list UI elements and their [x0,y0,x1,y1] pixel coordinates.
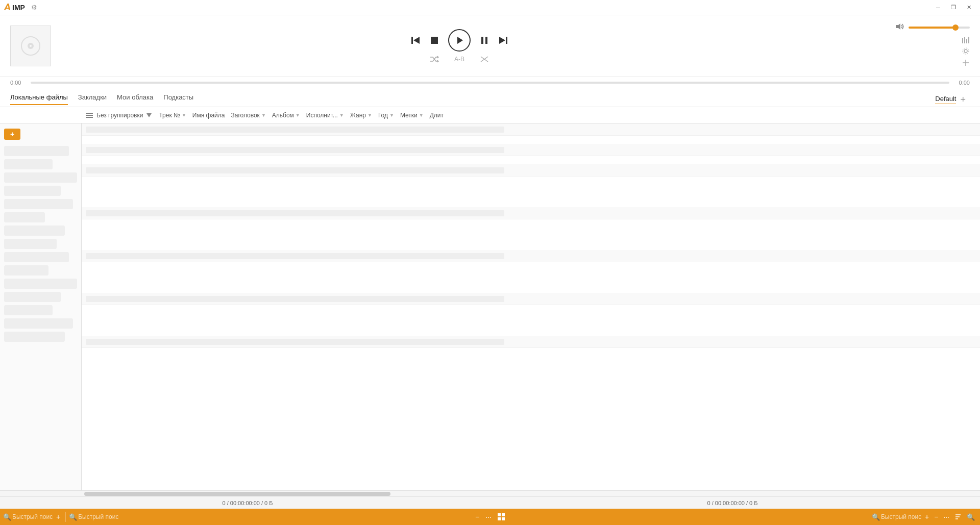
track-row-skeleton-2 [82,144,980,156]
sort-icon-artist: ▼ [339,113,344,118]
titlebar-left: AIMP ⚙ [4,2,37,13]
tab-local-files[interactable]: Локальные файлы [10,93,68,105]
pause-button[interactable] [480,36,489,45]
play-button[interactable] [448,29,471,52]
stop-button[interactable] [430,36,439,45]
close-button[interactable]: ✕ [962,2,976,13]
col-track-num[interactable]: Трек № ▼ [156,112,189,119]
add-playlist-button[interactable]: + [960,95,966,104]
sk [86,167,504,173]
horizontal-scrollbar[interactable] [0,490,980,496]
shuffle-button[interactable] [430,56,439,63]
minimize-button[interactable]: ─ [931,2,945,13]
svg-rect-3 [411,37,413,44]
repeat-button[interactable] [480,56,489,63]
svg-rect-7 [481,37,483,44]
sidebar-skeleton-15 [4,332,65,342]
search-left-input[interactable] [12,513,53,520]
ab-button[interactable]: A-B [454,56,464,63]
bottom-plus-right-button[interactable]: + [923,512,931,522]
status-right-text: 0 / 00:00:00:00 / 0 Б [707,500,758,506]
bottom-minus-right-button[interactable]: − [932,512,940,522]
main-container: A-B [0,15,980,525]
column-headers: Без группировки Трек № ▼ Имя файла Загол… [0,107,980,123]
bottom-grid-button[interactable] [496,512,507,521]
svg-rect-8 [485,37,487,44]
grouping-button[interactable]: Без группировки [82,112,156,119]
sidebar-skeleton-12 [4,292,61,302]
row-gap-3 [82,177,980,207]
col-duration[interactable]: Длит [427,112,447,119]
right-controls [868,23,970,68]
svg-marker-6 [457,37,463,44]
bottom-right: 🔍 + − ··· 🔍 [509,512,977,522]
sidebar-skeleton-10 [4,265,48,276]
sort-icon-track: ▼ [182,113,186,118]
scrollbar-thumb[interactable] [84,492,390,496]
sort-icon-genre: ▼ [368,113,372,118]
settings-icon[interactable]: ⚙ [31,4,37,11]
col-tags[interactable]: Метки ▼ [397,112,427,119]
sidebar-skeleton-1 [4,146,69,156]
prev-button[interactable] [410,35,421,45]
col-genre[interactable]: Жанр ▼ [347,112,375,119]
col-artist[interactable]: Исполнит... ▼ [303,112,347,119]
bottom-sort-button[interactable] [952,512,964,521]
row-gap-6 [82,305,980,336]
svg-rect-5 [431,37,438,44]
svg-point-2 [30,45,32,47]
volume-row [895,23,970,32]
next-button[interactable] [498,35,508,45]
album-art [10,26,51,66]
bottom-more-button[interactable]: ··· [483,512,494,522]
search-right-input[interactable] [881,513,922,520]
svg-rect-15 [964,37,965,43]
svg-rect-26 [498,517,501,520]
tab-bookmarks[interactable]: Закладки [78,93,107,105]
tab-podcasts[interactable]: Подкасты [163,93,193,105]
add-track-button[interactable]: + [54,512,62,522]
svg-rect-27 [502,517,505,520]
app-logo: AIMP [4,2,25,13]
row-gap-5 [82,262,980,293]
titlebar-right: ─ ❐ ✕ [931,2,976,13]
search-left2-icon: 🔍 [69,513,77,521]
add-folder-button[interactable]: + [4,129,20,140]
svg-rect-14 [962,38,963,43]
bottom-minus-button[interactable]: − [473,512,481,522]
bottom-search-right2-button[interactable]: 🔍 [965,512,977,522]
svg-point-19 [963,48,969,54]
svg-rect-24 [498,513,501,516]
col-album[interactable]: Альбом ▼ [269,112,303,119]
volume-icon [895,23,904,32]
track-row-skeleton-4 [82,207,980,219]
sk [86,253,504,259]
progress-bar[interactable] [31,82,949,84]
extra-controls: A-B [430,56,489,63]
col-filename[interactable]: Имя файла [189,112,228,119]
sidebar-skeleton-13 [4,305,53,315]
sort-icon-tags: ▼ [419,113,424,118]
bottom-toolbar: 🔍 + 🔍 − ··· 🔍 [0,509,980,525]
svg-rect-9 [506,37,507,44]
volume-slider[interactable] [909,27,970,29]
equalizer-button[interactable] [962,36,970,45]
settings-button[interactable] [962,47,970,57]
col-year[interactable]: Год ▼ [375,112,397,119]
tab-cloud[interactable]: Мои облака [117,93,153,105]
svg-point-18 [964,49,967,53]
search-left2 [78,513,119,520]
sidebar-skeleton-9 [4,252,69,262]
bottom-left: 🔍 + 🔍 [3,512,471,522]
track-row-skeleton-6 [82,293,980,305]
playlist-name[interactable]: Default [935,95,956,104]
col-title[interactable]: Заголовок ▼ [228,112,268,119]
track-row-skeleton-5 [82,250,980,262]
divider-1 [65,512,66,522]
bottom-more-right-button[interactable]: ··· [941,512,951,522]
sort-icon-album: ▼ [296,113,300,118]
progress-area: 0:00 0:00 [0,77,980,89]
search-left2-input[interactable] [78,513,119,520]
expand-button[interactable] [962,59,970,68]
restore-button[interactable]: ❐ [946,2,961,13]
